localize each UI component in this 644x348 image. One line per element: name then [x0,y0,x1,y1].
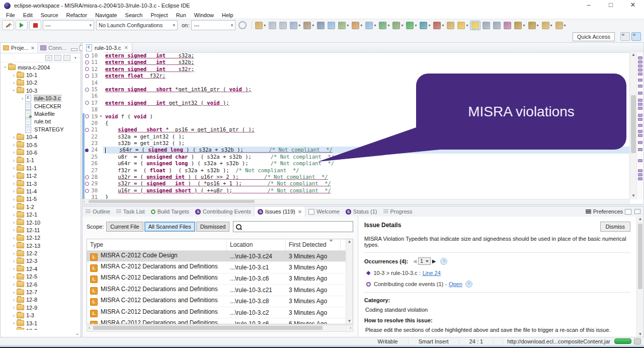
profile-button[interactable]: ▾ [419,21,431,30]
tree-item-12-2[interactable]: ›12-2 [1,249,80,257]
view-menu-icon[interactable]: ▾ [72,55,78,60]
tree-item-10-1[interactable]: ›10-1 [1,71,80,79]
close-icon[interactable]: ✕ [622,0,644,11]
scroll-down-icon[interactable]: ▼ [637,332,643,336]
tree-item-10-4[interactable]: ›10-4 [1,133,80,141]
tree-item-13-1[interactable]: ›13-1 [1,319,80,327]
expander-icon[interactable]: › [11,212,17,218]
expander-icon[interactable]: › [11,243,17,248]
code-line-30[interactable]: 30 u16r = ( unsigned short ) ( ++u8r ); … [83,187,630,194]
expander-icon[interactable]: › [11,165,17,171]
gutter-marker-slot[interactable] [85,86,89,93]
code-editor[interactable]: 10extern signed int s32a;11extern signed… [83,52,630,199]
editor-horizontal-scrollbar[interactable]: ‹ [83,199,630,204]
new-cpp-project-button[interactable]: ▾ [337,21,350,30]
minimize-icon[interactable]: – [578,0,600,11]
scroll-down-icon[interactable]: ▼ [630,193,637,199]
code-line-14[interactable]: 14 [83,80,630,86]
gutter-marker-slot[interactable] [85,187,89,194]
code-line-13[interactable]: 13extern float f32r; [83,73,630,79]
tree-scroll-down-icon[interactable]: ⌄ [75,330,79,336]
gutter-marker-slot[interactable] [85,180,89,187]
run-button[interactable]: ▾ [405,21,418,30]
code-line-20[interactable]: 20{ [83,120,630,126]
code-line-25[interactable]: 25 u8r = ( unsigned char ) ( s32a + s32b… [83,154,630,160]
code-line-11[interactable]: 11extern signed int s32b; [83,59,630,65]
dropdown-arrow-icon[interactable]: ▾ [415,23,417,28]
line-number[interactable]: 22 [89,133,99,140]
annotation-mark-icon[interactable] [638,68,642,72]
annotation-mark-icon[interactable] [638,141,642,144]
help-icon[interactable]: ? [465,281,472,288]
close-icon[interactable]: ✕ [124,45,128,50]
menu-item-run[interactable]: Run [172,12,190,18]
tree-item-11-4[interactable]: ›11-4 [1,187,80,195]
tree-item-12-7[interactable]: ›12-7 [1,288,80,296]
line-number[interactable]: 16 [89,93,99,99]
tree-item-10-5[interactable]: ›10-5 [1,141,80,149]
perspective-cpp-icon[interactable] [631,32,641,41]
menu-item-source[interactable]: Source [37,12,62,18]
expander-icon[interactable]: › [11,313,17,318]
tree-item-12-1[interactable]: ›12-1 [1,211,80,218]
quick-access-button[interactable]: Quick Access [573,32,615,41]
overview-ruler[interactable] [636,52,643,199]
annotation-mark-icon[interactable] [638,103,642,106]
code-line-16[interactable]: 16 [83,93,630,99]
tab-contributing-events[interactable]: SContributing Events [192,206,254,217]
expander-icon[interactable]: › [11,282,17,287]
line-number[interactable]: 15 [89,86,99,93]
gutter-marker-slot[interactable] [85,59,89,65]
minimize-view-icon[interactable] [625,209,631,215]
tree-item-1-2[interactable]: ›1-2 [1,203,80,211]
coverage-button[interactable]: ▾ [432,21,445,30]
gutter-marker-slot[interactable] [85,66,89,73]
scroll-left-icon[interactable]: ‹ [84,199,85,204]
details-vertical-scrollbar[interactable]: ▲ ▼ [636,217,643,337]
tree-item-rule-txt[interactable]: rule.txt [1,118,80,125]
code-line-23[interactable]: 23 s32b = get_int32 ( ); [83,140,630,147]
scrollbar-thumb[interactable] [93,326,323,330]
expander-icon[interactable]: › [11,73,17,78]
code-line-12[interactable]: 12extern signed int s32r; [83,66,630,73]
annotation-mark-icon[interactable] [638,73,642,76]
gutter-marker-slot[interactable] [85,160,89,167]
occurrence-spinner[interactable]: 1 [418,257,431,265]
stop-button[interactable] [29,20,41,30]
expander-icon[interactable]: › [11,305,17,310]
tree-item-12-5[interactable]: ›12-5 [1,273,80,281]
annotation-mark-icon[interactable] [638,169,642,172]
gutter-marker-slot[interactable] [85,120,89,126]
line-number[interactable]: 13 [89,73,99,79]
issue-row[interactable]: LMISRA C-2012 Declarations and Definitio… [87,262,353,273]
close-icon[interactable]: ✕ [298,209,302,215]
tree-item-11-3[interactable]: ›11-3 [1,180,80,187]
code-line-19[interactable]: 19⊖void f ( void ) [83,113,630,120]
line-number[interactable]: 26 [89,160,99,167]
expander-icon[interactable]: › [11,134,17,140]
tab-progress[interactable]: Progress [380,206,416,217]
code-line-27[interactable]: 27 f32r = ( float ) ( s32a + s32b ); /* … [83,167,630,174]
column-header-type[interactable]: Type [87,239,227,250]
line-number[interactable]: 17 [89,100,99,106]
annotations-button[interactable] [492,21,502,30]
code-line-29[interactable]: 29 s32r = ( signed int ) ( *ps16 + 1 ); … [83,180,630,187]
gutter-marker-slot[interactable] [85,167,89,174]
dropdown-arrow-icon[interactable]: ▾ [428,23,430,28]
build-button[interactable] [2,20,14,30]
expander-icon[interactable]: › [11,258,17,264]
scrollbar-thumb[interactable] [631,95,636,153]
code-line-17[interactable]: 17extern signed int get_int32 ( void ); [83,100,630,106]
gutter-marker-slot[interactable] [85,147,89,153]
expander-icon[interactable]: › [11,297,17,303]
gutter-marker-slot[interactable] [85,140,89,147]
expander-icon[interactable]: › [11,80,17,86]
pin-editor-button[interactable] [503,21,512,30]
column-header-location[interactable]: Location [227,239,286,250]
scroll-right-icon[interactable]: › [350,325,351,331]
hammer-build-button[interactable]: ▾ [302,21,315,30]
tree-item-10-6[interactable]: ›10-6 [1,149,80,156]
annotation-mark-icon[interactable] [638,148,642,151]
gutter-marker-slot[interactable] [85,154,89,160]
scroll-down-icon[interactable]: ▼ [346,319,353,323]
